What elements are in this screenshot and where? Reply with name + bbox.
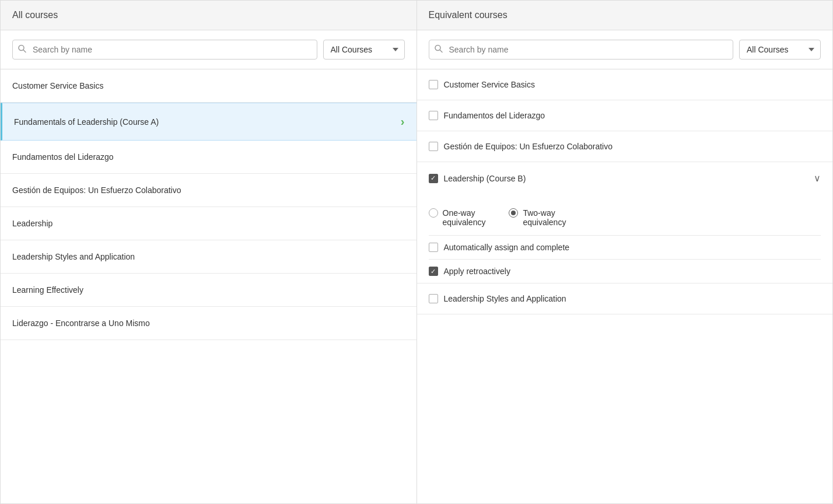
right-course-name: Leadership Styles and Application [444, 294, 566, 303]
left-course-item[interactable]: Leadership [1, 207, 416, 240]
right-course-name: Customer Service Basics [444, 80, 535, 89]
left-course-list: Customer Service BasicsFundamentals of L… [1, 69, 416, 503]
retroactive-label: Apply retroactively [444, 267, 510, 276]
left-search-input[interactable] [12, 40, 317, 60]
left-course-name: Fundamentals of Leadership (Course A) [14, 117, 159, 127]
right-search-icon [435, 45, 443, 55]
right-course-name: Leadership (Course B) [444, 174, 526, 183]
chevron-right-icon: › [401, 115, 405, 128]
right-panel-header: Equivalent courses [417, 1, 833, 30]
two-way-label: Two-way equivalency [523, 208, 566, 227]
left-course-name: Learning Effectively [12, 285, 83, 295]
right-search-bar: All Courses My Courses [417, 30, 833, 69]
equiv-course-checkbox[interactable] [429, 294, 438, 303]
left-course-filter-dropdown[interactable]: All Courses My Courses [323, 40, 405, 60]
left-course-item[interactable]: Fundamentals of Leadership (Course A)› [1, 103, 416, 141]
left-search-icon [18, 45, 26, 55]
chevron-down-icon[interactable]: ∨ [814, 173, 821, 184]
left-course-name: Leadership [12, 219, 52, 228]
left-course-item[interactable]: Leadership Styles and Application [1, 240, 416, 274]
left-course-item[interactable]: Customer Service Basics [1, 69, 416, 103]
left-search-bar: All Courses My Courses [1, 30, 416, 69]
left-course-item[interactable]: Liderazgo - Encontrarse a Uno Mismo [1, 307, 416, 340]
right-panel: Equivalent courses All Courses My Course… [417, 1, 833, 503]
equiv-course-checkbox[interactable] [429, 142, 438, 151]
right-course-item[interactable]: Gestión de Equipos: Un Esfuerzo Colabora… [417, 131, 833, 162]
right-course-item[interactable]: Leadership Styles and Application [417, 284, 833, 314]
equiv-item-header[interactable]: Leadership (Course B)∨ [417, 162, 833, 194]
right-course-item[interactable]: Fundamentos del Liderazgo [417, 100, 833, 131]
right-course-item[interactable]: Customer Service Basics [417, 69, 833, 100]
one-way-radio[interactable] [429, 208, 438, 218]
one-way-equivalency-option[interactable]: One-way equivalency [429, 208, 486, 227]
left-course-item[interactable]: Gestión de Equipos: Un Esfuerzo Colabora… [1, 174, 416, 207]
two-way-radio[interactable] [509, 208, 518, 218]
one-way-label: One-way equivalency [443, 208, 486, 227]
left-course-name: Liderazgo - Encontrarse a Uno Mismo [12, 318, 150, 328]
left-course-name: Leadership Styles and Application [12, 252, 135, 261]
left-panel: All courses All Courses My Courses Custo… [1, 1, 417, 503]
equivalency-options-row: One-way equivalencyTwo-way equivalency [429, 200, 821, 236]
right-search-input[interactable] [429, 40, 734, 60]
svg-line-1 [23, 50, 26, 52]
equiv-course-checkbox[interactable] [429, 111, 438, 120]
two-way-equivalency-option[interactable]: Two-way equivalency [509, 208, 566, 227]
equiv-course-checkbox[interactable] [429, 80, 438, 89]
svg-line-3 [440, 50, 442, 52]
auto-assign-checkbox[interactable] [429, 243, 438, 252]
right-course-item-expanded: Leadership (Course B)∨One-way equivalenc… [417, 162, 833, 284]
retroactive-checkbox[interactable] [429, 267, 438, 276]
auto-assign-row[interactable]: Automatically assign and complete [429, 236, 821, 260]
right-course-list: Customer Service BasicsFundamentos del L… [417, 69, 833, 503]
equiv-course-checkbox[interactable] [429, 174, 438, 183]
left-course-name: Gestión de Equipos: Un Esfuerzo Colabora… [12, 186, 181, 195]
retroactive-row[interactable]: Apply retroactively [429, 260, 821, 283]
left-course-item[interactable]: Fundamentos del Liderazgo [1, 141, 416, 174]
left-course-item[interactable]: Learning Effectively [1, 274, 416, 307]
auto-assign-label: Automatically assign and complete [444, 243, 570, 252]
right-course-name: Gestión de Equipos: Un Esfuerzo Colabora… [444, 142, 613, 151]
right-search-wrapper [429, 40, 734, 60]
left-course-name: Fundamentos del Liderazgo [12, 152, 114, 162]
left-search-wrapper [12, 40, 317, 60]
right-course-filter-dropdown[interactable]: All Courses My Courses [739, 40, 821, 60]
right-course-name: Fundamentos del Liderazgo [444, 111, 545, 120]
left-course-name: Customer Service Basics [12, 81, 103, 90]
left-panel-header: All courses [1, 1, 416, 30]
